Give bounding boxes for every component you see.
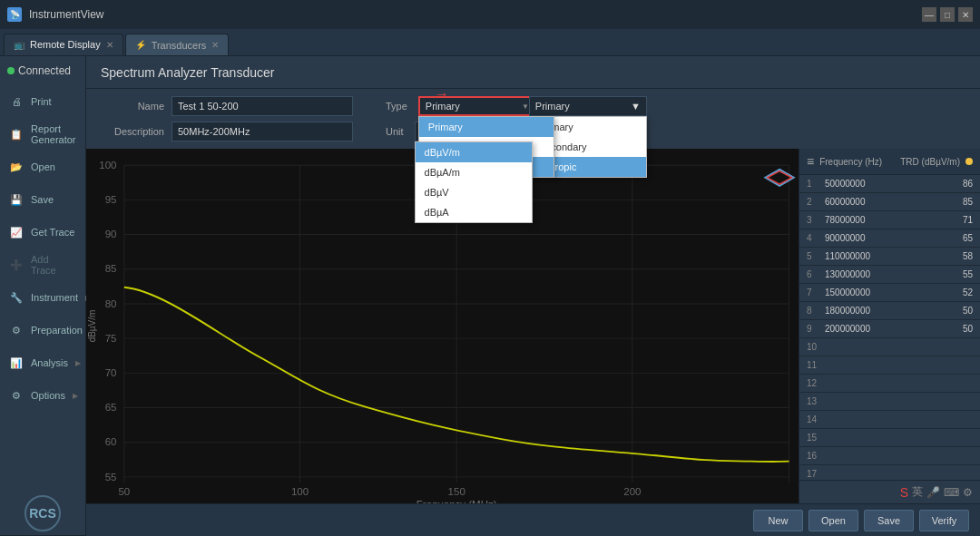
connected-label: Connected xyxy=(18,64,71,77)
sidebar-item-preparation[interactable]: ⚙ Preparation ▶ xyxy=(0,314,85,346)
svg-text:150: 150 xyxy=(448,487,466,497)
analysis-arrow-icon: ▶ xyxy=(75,359,81,367)
maximize-button[interactable]: □ xyxy=(940,7,955,22)
table-row[interactable]: 9 200000000 50 xyxy=(799,320,980,338)
connected-status: Connected xyxy=(0,56,85,85)
type-secondary-select[interactable]: Primary ▼ xyxy=(529,96,647,116)
unit-dropdown-menu: dBµV/m dBµA/m dBµV dBµA xyxy=(415,141,533,223)
type-label: Type xyxy=(386,101,407,112)
sidebar-item-analysis-label: Analysis xyxy=(31,357,68,368)
type-option-primary-2[interactable]: Primary xyxy=(419,117,554,137)
sidebar-item-instrument[interactable]: 🔧 Instrument ▶ xyxy=(0,281,85,314)
logo-text: RCS xyxy=(29,506,56,521)
tab-remote-display[interactable]: 📺 Remote Display ✕ xyxy=(4,34,123,55)
table-row[interactable]: 6 130000000 55 xyxy=(799,266,980,284)
tab-bar: 📺 Remote Display ✕ ⚡ Transducers ✕ xyxy=(0,29,980,56)
sidebar-item-save[interactable]: 💾 Save xyxy=(0,183,85,216)
svg-text:100: 100 xyxy=(291,487,309,497)
options-arrow-icon: ▶ xyxy=(73,392,78,400)
type-secondary-arrow-icon: ▼ xyxy=(631,101,641,112)
tab-transducers-label: Transducers xyxy=(152,40,207,51)
add-trace-icon: ➕ xyxy=(9,258,24,272)
svg-text:70: 70 xyxy=(105,368,117,378)
table-row[interactable]: 2 60000000 85 xyxy=(799,193,980,211)
sidebar-item-get-trace-label: Get Trace xyxy=(31,227,74,238)
table-row[interactable]: 17 xyxy=(799,465,980,480)
chart-right-layout: 100 95 90 85 80 75 70 65 60 55 50 100 15… xyxy=(86,149,980,503)
table-row[interactable]: 5 110000000 58 xyxy=(799,248,980,266)
sidebar: Connected 🖨 Print 📋 Report Generator 📂 O… xyxy=(0,56,86,536)
form-area: Name Type Primary ▼ Primary Secondary xyxy=(86,89,980,149)
right-panel-trd-header: TRD (dBµV/m) xyxy=(893,157,960,167)
logo-circle: RCS xyxy=(24,495,61,531)
connected-dot xyxy=(7,67,15,74)
close-button[interactable]: ✕ xyxy=(958,7,973,22)
table-row[interactable]: 11 xyxy=(799,356,980,375)
svg-text:200: 200 xyxy=(623,487,641,497)
preparation-icon: ⚙ xyxy=(9,323,24,337)
save-button[interactable]: Save xyxy=(864,510,914,531)
sidebar-item-analysis[interactable]: 📊 Analysis ▶ xyxy=(0,346,85,379)
table-row[interactable]: 3 78000000 71 xyxy=(799,211,980,229)
sidebar-item-options[interactable]: ⚙ Options ▶ xyxy=(0,379,85,412)
right-panel-freq-header: Frequency (Hz) xyxy=(819,157,887,167)
sidebar-item-open[interactable]: 📂 Open xyxy=(0,151,85,183)
right-panel-dot xyxy=(965,158,973,165)
table-row[interactable]: 4 90000000 65 xyxy=(799,229,980,248)
tab-remote-display-label: Remote Display xyxy=(30,39,101,50)
svg-text:55: 55 xyxy=(105,472,117,482)
minimize-button[interactable]: — xyxy=(922,7,936,22)
unit-option-dbuapm[interactable]: dBµA/m xyxy=(416,162,532,182)
unit-option-dbuv[interactable]: dBµV xyxy=(416,182,532,202)
table-row[interactable]: 13 xyxy=(799,393,980,411)
sidebar-item-instrument-label: Instrument xyxy=(31,292,78,303)
table-row[interactable]: 8 180000000 50 xyxy=(799,302,980,320)
table-row[interactable]: 14 xyxy=(799,411,980,429)
tab-remote-display-icon: 📺 xyxy=(14,40,24,50)
content-area: Spectrum Analyzer Transducer Name Type P… xyxy=(86,56,980,536)
unit-option-dbua[interactable]: dBµA xyxy=(416,202,532,222)
tab-transducers[interactable]: ⚡ Transducers ✕ xyxy=(125,34,230,55)
sidebar-item-options-label: Options xyxy=(31,390,65,401)
page-header: Spectrum Analyzer Transducer xyxy=(86,56,980,89)
title-bar: 📡 InstrumentView — □ ✕ xyxy=(0,0,980,29)
name-input[interactable] xyxy=(172,96,353,116)
print-icon: 🖨 xyxy=(9,94,24,109)
app-title: InstrumentView xyxy=(29,8,103,21)
right-panel-bottom: S 英 🎤 ⌨ ⚙ xyxy=(799,480,980,503)
new-button[interactable]: New xyxy=(753,510,803,531)
unit-label: Unit xyxy=(386,126,404,137)
name-label: Name xyxy=(101,101,164,112)
unit-option-dbuvpm[interactable]: dBµV/m xyxy=(416,142,532,162)
svg-text:Frequency (MHz): Frequency (MHz) xyxy=(416,499,497,503)
sidebar-item-get-trace[interactable]: 📈 Get Trace xyxy=(0,216,85,249)
type-select-arrow-icon: ▼ xyxy=(522,102,529,111)
mic-icon: 🎤 xyxy=(926,486,940,499)
svg-text:60: 60 xyxy=(105,437,117,447)
table-row[interactable]: 1 50000000 86 xyxy=(799,175,980,193)
tab-remote-display-close[interactable]: ✕ xyxy=(106,40,113,50)
sidebar-item-report-generator[interactable]: 📋 Report Generator xyxy=(0,118,85,151)
svg-text:90: 90 xyxy=(105,229,117,239)
svg-text:65: 65 xyxy=(105,403,117,413)
type-secondary-value: Primary xyxy=(535,101,570,112)
table-row[interactable]: 10 xyxy=(799,338,980,356)
table-row[interactable]: 12 xyxy=(799,375,980,393)
svg-text:100: 100 xyxy=(99,161,116,171)
sidebar-item-add-trace: ➕ Add Trace xyxy=(0,249,85,281)
keyboard-icon: ⌨ xyxy=(944,486,959,499)
open-button[interactable]: Open xyxy=(808,510,858,531)
verify-button[interactable]: Verify xyxy=(919,510,969,531)
red-arrow-indicator: → xyxy=(435,89,449,102)
description-input[interactable] xyxy=(172,122,353,141)
table-row[interactable]: 15 xyxy=(799,429,980,447)
sidebar-item-print[interactable]: 🖨 Print xyxy=(0,85,85,118)
table-row[interactable]: 7 150000000 52 xyxy=(799,284,980,302)
table-row[interactable]: 16 xyxy=(799,447,980,465)
tab-transducers-close[interactable]: ✕ xyxy=(211,40,219,50)
right-panel-header: ≡ Frequency (Hz) TRD (dBµV/m) xyxy=(799,149,980,175)
save-icon: 💾 xyxy=(9,192,24,207)
main-layout: Connected 🖨 Print 📋 Report Generator 📂 O… xyxy=(0,56,980,536)
tab-transducers-icon: ⚡ xyxy=(135,40,146,50)
sidebar-item-open-label: Open xyxy=(31,161,55,172)
